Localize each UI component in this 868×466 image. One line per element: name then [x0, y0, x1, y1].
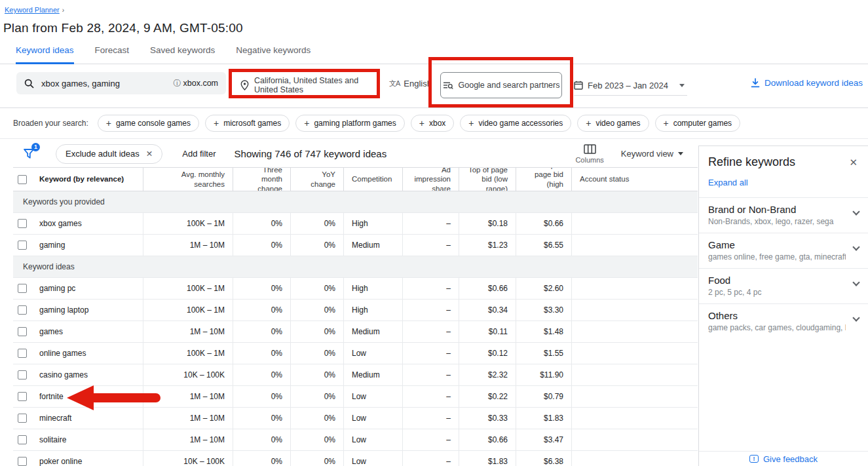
keyword-table: Keyword (by relevance) Avg. monthly sear… [13, 167, 698, 466]
cell-yoy: 0% [290, 451, 343, 466]
tab-forecast[interactable]: Forecast [95, 45, 130, 64]
refine-group-game[interactable]: Game games online, free game, gta, minec… [699, 233, 868, 268]
location-selector[interactable]: California, United States and United Sta… [233, 71, 377, 98]
header-keyword[interactable]: Keyword (by relevance) [31, 168, 143, 191]
cell-yoy: 0% [290, 321, 343, 342]
add-filter-button[interactable]: Add filter [182, 149, 216, 159]
cell-high-bid: $11.90 [516, 364, 571, 385]
cell-keyword: gaming laptop [31, 300, 143, 320]
cell-yoy: 0% [290, 235, 343, 256]
columns-button[interactable]: Columns [575, 144, 603, 164]
cell-keyword: games [31, 321, 143, 342]
row-checkbox[interactable] [18, 414, 27, 423]
broaden-chip-computer-games[interactable]: +computer games [655, 115, 741, 132]
header-avg-monthly-searches[interactable]: Avg. monthly searches [143, 168, 233, 191]
cell-avg-searches: 100K – 1M [143, 278, 233, 299]
broaden-search-bar: Broaden your search: +game console games… [0, 108, 868, 139]
row-checkbox[interactable] [18, 457, 27, 466]
row-checkbox[interactable] [18, 327, 27, 336]
give-feedback-button[interactable]: ! Give feedback [699, 451, 868, 466]
cell-ad-share: – [402, 364, 459, 385]
row-checkbox[interactable] [18, 219, 27, 228]
plus-icon: + [586, 118, 591, 128]
date-range-selector[interactable]: Feb 2023 – Jan 2024 [574, 77, 687, 96]
download-keyword-ideas-button[interactable]: Download keyword ideas [751, 78, 863, 88]
language-selector[interactable]: 文A English [389, 79, 432, 88]
network-selector[interactable]: Google and search partners [440, 72, 562, 98]
location-value: California, United States and United Sta… [254, 76, 377, 94]
cell-account-status [571, 429, 698, 450]
cell-high-bid: $1.48 [516, 321, 571, 342]
cell-low-bid: $2.32 [459, 364, 516, 385]
cell-avg-searches: 1M – 10M [143, 408, 233, 429]
page-title: Plan from Feb 28, 2024, 9 AM, GMT-05:00 [3, 21, 868, 35]
cell-keyword: online games [31, 343, 143, 364]
cell-ad-share: – [402, 300, 459, 320]
chip-label: xbox [429, 119, 445, 128]
site-filter[interactable]: ⓘ xbox.com [174, 78, 219, 89]
cell-avg-searches: 10K – 100K [143, 451, 233, 466]
table-row-minecraft: minecraft 1M – 10M 0% 0% Low – $0.33 $1.… [13, 408, 698, 429]
plus-icon: + [468, 118, 474, 128]
header-account-status[interactable]: Account status [571, 168, 698, 191]
filter-funnel-button[interactable]: 1 [22, 147, 37, 161]
table-row-games: games 1M – 10M 0% 0% Medium – $0.11 $1.4… [13, 321, 698, 343]
chevron-down-icon [679, 84, 685, 87]
header-ad-impression-share[interactable]: Ad impression share [402, 168, 459, 191]
cell-three-month: 0% [233, 343, 290, 364]
cell-ad-share: – [402, 451, 459, 466]
remove-filter-icon[interactable]: ✕ [146, 149, 153, 159]
tab-keyword-ideas[interactable]: Keyword ideas [16, 45, 74, 64]
broaden-chip-gaming-platform-games[interactable]: +gaming platform games [295, 115, 405, 132]
row-checkbox[interactable] [18, 284, 27, 293]
refine-group-title: Food [708, 275, 846, 286]
filter-count-badge: 1 [31, 143, 40, 151]
refine-group-others[interactable]: Others game packs, car games, cloudgamin… [699, 303, 868, 339]
download-icon [751, 78, 760, 88]
cell-avg-searches: 10K – 100K [143, 364, 233, 385]
row-checkbox[interactable] [18, 305, 27, 315]
tab-negative-keywords[interactable]: Negative keywords [236, 45, 311, 64]
cell-yoy: 0% [290, 213, 343, 234]
refine-keywords-panel: Refine keywords ✕ Expand all Brand or No… [698, 146, 868, 466]
select-all-checkbox[interactable] [18, 175, 27, 184]
refine-group-brand[interactable]: Brand or Non-Brand Non-Brands, xbox, leg… [699, 197, 868, 233]
row-checkbox[interactable] [18, 370, 27, 379]
broaden-chip-video-game-accessories[interactable]: +video game accessories [460, 115, 571, 132]
broaden-chip-game-console-games[interactable]: +game console games [98, 115, 199, 132]
cell-low-bid: $0.34 [459, 300, 516, 320]
header-yoy-change[interactable]: YoY change [290, 168, 343, 191]
keyword-view-label: Keyword view [621, 149, 673, 159]
broaden-chip-video-games[interactable]: +video games [577, 115, 649, 132]
refine-group-food[interactable]: Food 2 pc, 5 pc, 4 pc [699, 268, 868, 303]
row-checkbox[interactable] [18, 435, 27, 444]
tab-saved-keywords[interactable]: Saved keywords [150, 45, 215, 64]
header-competition[interactable]: Competition [343, 168, 402, 191]
cell-avg-searches: 1M – 10M [143, 429, 233, 450]
close-icon[interactable]: ✕ [849, 157, 858, 168]
breadcrumb-link-keyword-planner[interactable]: Keyword Planner [5, 6, 60, 14]
cell-account-status [571, 408, 698, 429]
cell-competition: High [343, 278, 402, 299]
keyword-view-dropdown[interactable]: Keyword view [621, 149, 683, 159]
cell-high-bid: $0.79 [516, 386, 571, 407]
section-keywords-you-provided: Keywords you provided [13, 191, 698, 213]
cell-ad-share: – [402, 386, 459, 407]
header-top-of-page-bid-low[interactable]: Top of page bid (low range) [459, 168, 516, 191]
refine-panel-title: Refine keywords [708, 155, 795, 169]
header-three-month-change[interactable]: Three month change [233, 168, 290, 191]
header-top-of-page-bid-high[interactable]: Top of page bid (high range) [516, 168, 571, 191]
cell-competition: Low [343, 343, 402, 364]
row-checkbox[interactable] [18, 392, 27, 401]
broaden-chip-xbox[interactable]: +xbox [411, 115, 455, 132]
chip-label: video game accessories [479, 119, 563, 128]
cell-competition: Medium [343, 321, 402, 342]
expand-all-link[interactable]: Expand all [708, 178, 868, 187]
broaden-label: Broaden your search: [13, 119, 88, 128]
row-checkbox[interactable] [18, 349, 27, 358]
broaden-chip-microsoft-games[interactable]: +microsoft games [205, 115, 290, 132]
row-checkbox[interactable] [18, 241, 27, 250]
keyword-search-input[interactable]: xbox games, gaming ⓘ xbox.com [16, 72, 226, 94]
exclude-adult-ideas-chip[interactable]: Exclude adult ideas ✕ [56, 144, 162, 164]
cell-high-bid: $3.30 [516, 300, 571, 320]
